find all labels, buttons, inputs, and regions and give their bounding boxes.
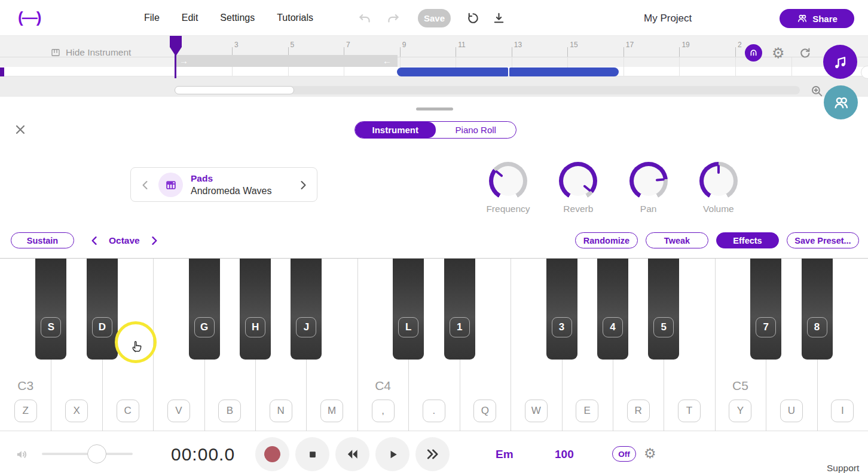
close-panel-icon[interactable] [13,122,27,137]
clip-fragment[interactable] [0,67,4,76]
white-key-separator [306,360,307,432]
ruler-tick [679,47,680,57]
measure-gridline [735,57,736,76]
measure-gridline [679,57,680,76]
white-key-label: Z [14,400,37,422]
menu-edit[interactable]: Edit [182,13,198,23]
people-icon [796,13,808,24]
black-key-7[interactable]: 7 [750,259,781,360]
top-bar: (—) File Edit Settings Tutorials Save My… [0,0,868,36]
horizontal-scrollbar-thumb[interactable] [175,86,294,94]
octave-down-chevron-icon[interactable] [88,235,100,247]
tweak-button[interactable]: Tweak [646,232,708,248]
knob-pointer [481,154,535,208]
piano-icon [50,47,61,58]
project-title[interactable]: My Project [644,13,692,24]
next-instrument-chevron-icon[interactable] [296,178,310,192]
black-key-label: 5 [653,317,674,337]
menu-file[interactable]: File [144,13,160,23]
black-key-4[interactable]: 4 [597,259,628,360]
knob-reverb[interactable]: Reverb [559,162,597,200]
tab-piano-roll[interactable]: Piano Roll [436,122,516,138]
white-key-separator [664,360,664,432]
redo-icon[interactable] [386,11,401,26]
knob-pointer-line [495,170,503,177]
octave-label-C4: C4 [365,379,401,393]
volume-slider-thumb[interactable] [87,444,106,463]
timeline-settings-gear-icon[interactable]: ⚙ [772,44,785,62]
black-key-label: 7 [756,317,776,337]
stop-button[interactable] [295,437,329,471]
audio-clip[interactable] [509,67,619,76]
app-logo[interactable]: (—) [18,8,40,27]
black-key-J[interactable]: J [291,259,322,360]
history-icon[interactable] [466,11,481,26]
knob-frequency[interactable]: Frequency [489,162,527,200]
sustain-button[interactable]: Sustain [11,232,74,248]
metronome-badge-icon[interactable] [745,44,762,62]
ruler-tick [400,47,401,57]
download-icon[interactable] [491,11,507,26]
black-key-3[interactable]: 3 [546,259,577,360]
loop-toggle-icon[interactable] [797,45,812,60]
loop-region-bar[interactable]: → ← [175,55,398,67]
white-key-separator [460,360,460,432]
knob-volume[interactable]: Volume [699,162,738,200]
black-key-G[interactable]: G [189,259,220,360]
white-key-label: E [576,400,598,422]
loop-end-arrow-icon[interactable]: ← [383,55,392,67]
support-link[interactable]: Support [827,463,859,473]
fast-forward-button[interactable] [415,437,450,471]
ruler-tick-label: 9 [402,41,407,49]
transport-settings-gear-icon[interactable]: ⚙ [644,445,656,462]
tempo-value[interactable]: 100 [555,448,574,461]
randomize-button[interactable]: Randomize [575,232,638,248]
speaker-icon[interactable] [14,447,30,462]
menu-tutorials[interactable]: Tutorials [277,13,313,23]
menu-bar: File Edit Settings Tutorials [144,0,313,36]
octave-up-chevron-icon[interactable] [148,235,160,247]
rewind-button[interactable] [335,437,369,471]
instrument-selector: Pads Andromeda Waves [130,167,317,202]
playhead-line [175,36,176,78]
white-key-label: X [65,400,88,422]
white-key-label: V [167,400,190,422]
pads-instrument-icon [158,173,183,197]
hide-instrument-button[interactable]: Hide Instrument [50,47,131,58]
key-signature[interactable]: Em [496,448,514,461]
save-preset-button[interactable]: Save Preset... [787,232,859,248]
black-key-label: D [92,317,112,337]
black-key-5[interactable]: 5 [648,259,679,360]
tab-instrument[interactable]: Instrument [355,122,436,138]
black-key-8[interactable]: 8 [802,259,833,360]
white-key-separator [817,360,818,432]
previous-instrument-chevron-icon[interactable] [138,178,152,192]
instrument-panel: Instrument Piano Roll Pads Andromeda Wav… [0,97,868,258]
black-key-L[interactable]: L [393,259,424,360]
black-key-D[interactable]: D [87,259,118,360]
record-button[interactable] [255,437,289,471]
white-key-separator [102,360,103,432]
save-button[interactable]: Save [418,9,451,27]
black-key-S[interactable]: S [35,259,66,360]
audio-clip[interactable] [397,67,508,76]
metronome-toggle[interactable]: Off [612,446,636,462]
octave-control: Octave [88,232,160,248]
white-key-label: . [423,400,445,422]
collaboration-fab-people-icon[interactable] [824,85,858,119]
effects-button[interactable]: Effects [716,232,779,248]
white-key-separator [766,360,766,432]
record-dot-icon [264,446,280,462]
menu-settings[interactable]: Settings [220,13,255,23]
share-button[interactable]: Share [780,9,854,28]
panel-resize-handle[interactable] [416,108,453,110]
black-key-1[interactable]: 1 [444,259,475,360]
white-key-separator [613,360,613,432]
ruler-tick-label: 11 [458,41,465,49]
loop-start-arrow-icon[interactable]: → [179,55,188,67]
knob-pan[interactable]: Pan [629,162,668,200]
black-key-H[interactable]: H [240,259,271,360]
undo-icon[interactable] [357,11,372,26]
play-button[interactable] [375,437,409,471]
instrument-fab-music-note-icon[interactable] [823,45,857,79]
